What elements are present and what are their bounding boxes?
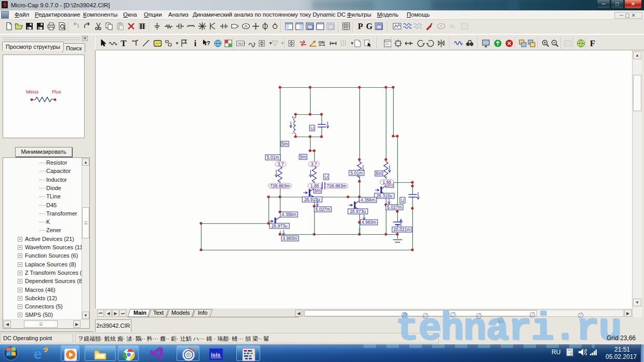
svg-text:1.85: 1.85 — [311, 183, 319, 189]
svg-text:4.983m: 4.983m — [361, 220, 376, 225]
svg-text:Vs: Vs — [450, 23, 455, 29]
svg-text:U: U — [325, 175, 328, 180]
svg-text:5m: 5m — [300, 154, 306, 159]
svg-text:U: U — [311, 126, 314, 131]
svg-text:5m: 5m — [376, 171, 382, 176]
svg-text:3.7: 3.7 — [278, 162, 284, 167]
svg-text:Info: Info — [198, 310, 207, 316]
svg-text:4.356m: 4.356m — [281, 212, 296, 217]
svg-text:5m: 5m — [282, 141, 288, 146]
svg-text:isis: isis — [211, 352, 220, 358]
svg-text:ON: ON — [318, 40, 325, 45]
svg-text:26.973u: 26.973u — [272, 223, 288, 229]
svg-text:5m: 5m — [315, 188, 321, 193]
svg-text:Minus: Minus — [26, 89, 39, 95]
svg-text:Plus: Plus — [52, 89, 61, 95]
svg-text:Main: Main — [133, 310, 146, 316]
svg-text:4.983m: 4.983m — [283, 236, 297, 241]
svg-text:TEXT: TEXT — [237, 42, 245, 45]
svg-text:+: + — [291, 115, 294, 120]
svg-text:?: ? — [207, 40, 210, 46]
svg-text:20.021m: 20.021m — [393, 227, 410, 232]
svg-text:26.915u: 26.915u — [304, 197, 320, 202]
svg-text:5.027m: 5.027m — [387, 205, 401, 210]
svg-text:3.7: 3.7 — [311, 162, 317, 167]
svg-text:Models: Models — [171, 310, 190, 316]
svg-text:728.863m: 728.863m — [327, 183, 346, 189]
svg-text:Text: Text — [153, 310, 164, 316]
svg-text:5.027m: 5.027m — [315, 207, 330, 212]
svg-text:1.95: 1.95 — [383, 180, 392, 185]
svg-text:728.863m: 728.863m — [270, 183, 290, 189]
svg-text:5.01m: 5.01m — [267, 155, 279, 160]
svg-text:26.315u: 26.315u — [377, 193, 393, 198]
svg-text:5.01m: 5.01m — [351, 170, 363, 176]
svg-text:U: U — [401, 198, 405, 203]
svg-text:26.973u: 26.973u — [350, 209, 366, 214]
svg-text:e: e — [34, 346, 42, 361]
svg-text:-: - — [291, 130, 293, 136]
svg-text:4.356m: 4.356m — [360, 197, 375, 203]
